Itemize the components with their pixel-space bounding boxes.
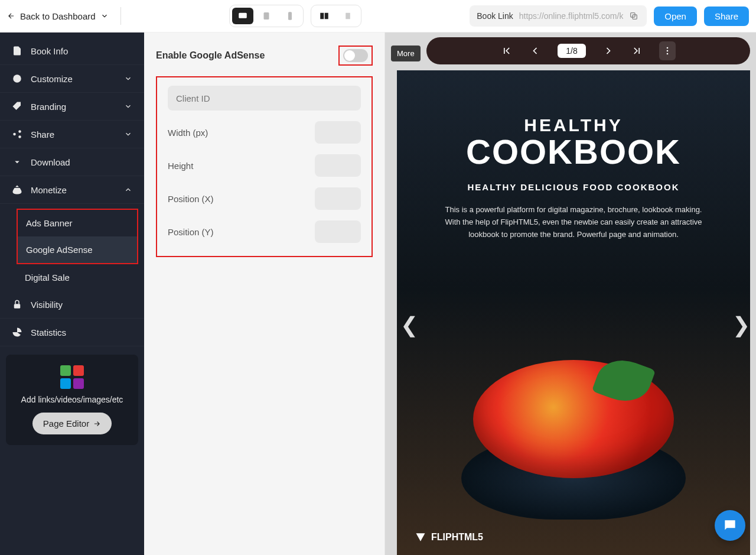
sidebar: Book Info Customize Branding Share Downl…: [0, 33, 144, 555]
next-page-icon[interactable]: [602, 45, 614, 57]
spread-preview-group: [311, 5, 361, 27]
arrow-left-icon: [7, 12, 15, 20]
svg-rect-12: [14, 304, 21, 309]
file-icon: [12, 46, 22, 56]
brand-icon: [415, 531, 426, 543]
sidebar-item-label: Customize: [31, 74, 73, 84]
sidebar-item-label: Ads Banner: [26, 218, 72, 228]
page-editor-label: Page Editor: [43, 418, 89, 429]
svg-rect-4: [325, 13, 328, 20]
sidebar-item-google-adsense[interactable]: Google AdSense: [18, 236, 137, 263]
open-button[interactable]: Open: [654, 7, 697, 26]
sidebar-item-label: Download: [31, 157, 70, 167]
desktop-icon: [236, 11, 249, 21]
spread-double-button[interactable]: [314, 8, 335, 24]
sidebar-item-branding[interactable]: Branding: [0, 93, 144, 121]
chat-support-button[interactable]: [715, 510, 745, 541]
height-label: Height: [168, 161, 193, 171]
palette-icon: [12, 73, 22, 84]
book-subtitle: HEALTHY DELICIOUS FOOD COOKBOOK: [397, 182, 750, 192]
enable-toggle-highlight: [338, 46, 373, 66]
enable-adsense-label: Enable Google AdSense: [156, 50, 265, 61]
double-page-icon: [318, 11, 331, 21]
position-x-input[interactable]: [315, 187, 361, 210]
book-preview-area: More 1/8 HEALTHY COOKBOOK HEALTHY DELICI…: [385, 33, 756, 555]
kebab-icon: [662, 45, 673, 57]
chat-icon: [722, 518, 738, 533]
sidebar-item-monetize[interactable]: Monetize: [0, 176, 144, 204]
svg-point-15: [666, 53, 668, 55]
sidebar-item-digital-sale[interactable]: Digital Sale: [0, 264, 144, 291]
book-brand: FLIPHTML5: [415, 531, 483, 543]
device-desktop-button[interactable]: [232, 8, 253, 24]
viewer-menu-button[interactable]: [659, 41, 676, 60]
back-label: Back to Dashboard: [20, 11, 96, 21]
share-button[interactable]: Share: [704, 7, 749, 26]
svg-point-11: [18, 135, 21, 138]
device-tablet-button[interactable]: [256, 8, 277, 24]
book-cover-preview: HEALTHY COOKBOOK HEALTHY DELICIOUS FOOD …: [397, 70, 750, 555]
sidebar-item-label: Book Info: [31, 46, 68, 56]
spread-single-button[interactable]: [337, 8, 359, 24]
svg-point-14: [666, 50, 668, 52]
book-title: HEALTHY COOKBOOK: [397, 115, 750, 171]
svg-rect-1: [263, 12, 269, 20]
book-next-arrow[interactable]: ❯: [732, 313, 750, 337]
back-to-dashboard-link[interactable]: Back to Dashboard: [7, 7, 121, 25]
sidebar-item-label: Monetize: [31, 185, 67, 195]
phone-icon: [284, 11, 296, 21]
book-cover-image: [444, 330, 703, 520]
page-indicator[interactable]: 1/8: [558, 44, 585, 58]
sidebar-item-label: Share: [31, 129, 54, 139]
sidebar-item-visibility[interactable]: Visibility: [0, 291, 144, 319]
device-preview-group: [229, 5, 304, 27]
share-icon: [12, 129, 22, 139]
width-input[interactable]: [315, 121, 361, 144]
sidebar-item-download[interactable]: Download: [0, 148, 144, 176]
book-link-url[interactable]: https://online.fliphtml5.com/k: [519, 11, 624, 21]
promo-icons: [54, 365, 90, 389]
position-y-label: Position (Y): [168, 227, 214, 237]
sidebar-item-ads-banner[interactable]: Ads Banner: [18, 210, 137, 236]
svg-point-13: [666, 47, 668, 49]
svg-point-9: [13, 133, 16, 136]
lock-icon: [12, 299, 22, 310]
enable-adsense-toggle[interactable]: [343, 49, 368, 62]
adsense-form-highlight: Width (px) Height Position (X) Position …: [156, 76, 373, 257]
position-x-label: Position (X): [168, 194, 214, 204]
sidebar-item-label: Google AdSense: [26, 245, 93, 255]
last-page-icon[interactable]: [631, 45, 643, 57]
svg-rect-3: [320, 13, 324, 20]
sidebar-item-customize[interactable]: Customize: [0, 65, 144, 93]
sidebar-item-label: Visibility: [31, 300, 63, 310]
chevron-down-icon: [124, 74, 132, 83]
book-description: This is a powerful platform for digital …: [444, 204, 703, 241]
position-y-input[interactable]: [315, 220, 361, 243]
height-input[interactable]: [315, 154, 361, 177]
book-link-label: Book Link: [477, 11, 513, 21]
promo-text: Add links/videos/images/etc: [11, 395, 133, 404]
adsense-config-panel: Enable Google AdSense Width (px) Height …: [144, 33, 385, 555]
sidebar-item-label: Digital Sale: [25, 272, 70, 283]
monetize-submenu-highlight: Ads Banner Google AdSense: [17, 209, 138, 264]
arrow-right-icon: [93, 420, 101, 428]
book-prev-arrow[interactable]: ❮: [400, 313, 418, 337]
sidebar-item-book-info[interactable]: Book Info: [0, 37, 144, 65]
prev-page-icon[interactable]: [529, 45, 541, 57]
sidebar-item-share[interactable]: Share: [0, 121, 144, 148]
book-title-big: COOKBOOK: [466, 132, 681, 171]
download-icon: [12, 157, 22, 167]
more-button[interactable]: More: [391, 46, 421, 61]
first-page-icon[interactable]: [501, 45, 513, 57]
device-phone-button[interactable]: [279, 8, 301, 24]
tablet-icon: [260, 11, 273, 21]
copy-icon[interactable]: [629, 11, 638, 21]
sidebar-item-statistics[interactable]: Statistics: [0, 319, 144, 346]
page-editor-button[interactable]: Page Editor: [32, 413, 112, 434]
sidebar-item-label: Statistics: [31, 327, 66, 337]
client-id-input[interactable]: [168, 86, 361, 111]
top-bar: Back to Dashboard Book Link https://onli…: [0, 0, 756, 33]
page-editor-promo: Add links/videos/images/etc Page Editor: [6, 355, 138, 445]
svg-rect-5: [346, 13, 350, 20]
viewer-toolbar: 1/8: [426, 37, 750, 64]
